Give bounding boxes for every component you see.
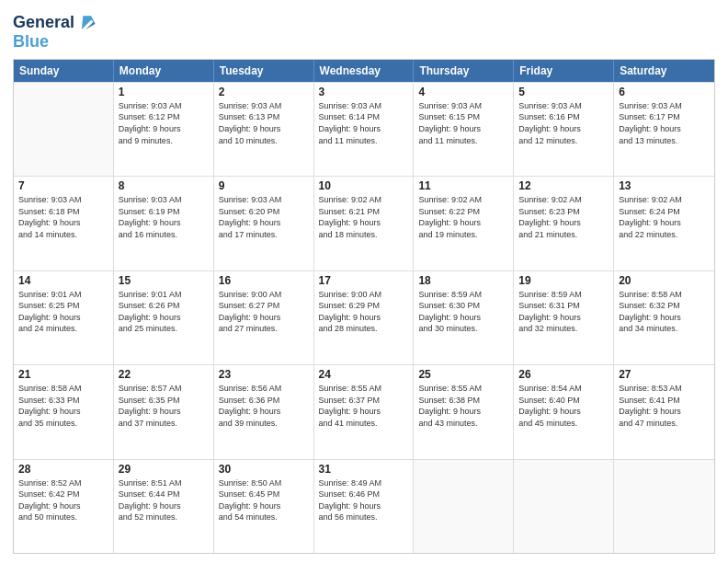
day-number: 16	[219, 274, 309, 287]
day-number: 5	[518, 86, 609, 98]
day-number: 7	[18, 179, 108, 192]
calendar-cell: 8Sunrise: 9:03 AM Sunset: 6:19 PM Daylig…	[114, 177, 214, 270]
calendar-cell: 3Sunrise: 9:03 AM Sunset: 6:14 PM Daylig…	[314, 83, 415, 176]
calendar-week-1: 1Sunrise: 9:03 AM Sunset: 6:12 PM Daylig…	[14, 82, 714, 176]
day-info: Sunrise: 9:01 AM Sunset: 6:26 PM Dayligh…	[119, 289, 209, 335]
day-number: 18	[418, 274, 508, 287]
day-number: 22	[119, 368, 209, 381]
logo: General Blue	[13, 13, 97, 52]
day-number: 10	[319, 179, 409, 192]
day-number: 21	[18, 368, 108, 381]
day-number: 17	[319, 274, 409, 287]
calendar-week-3: 14Sunrise: 9:01 AM Sunset: 6:25 PM Dayli…	[14, 270, 714, 364]
calendar-cell	[14, 83, 114, 176]
calendar-cell: 12Sunrise: 9:02 AM Sunset: 6:23 PM Dayli…	[514, 177, 614, 270]
calendar-cell: 10Sunrise: 9:02 AM Sunset: 6:21 PM Dayli…	[314, 177, 415, 270]
day-info: Sunrise: 9:03 AM Sunset: 6:18 PM Dayligh…	[18, 194, 108, 240]
logo-text-blue: Blue	[13, 33, 49, 52]
day-info: Sunrise: 9:00 AM Sunset: 6:29 PM Dayligh…	[319, 289, 409, 335]
calendar-cell: 2Sunrise: 9:03 AM Sunset: 6:13 PM Daylig…	[214, 83, 314, 176]
day-info: Sunrise: 9:03 AM Sunset: 6:15 PM Dayligh…	[418, 100, 508, 146]
day-info: Sunrise: 8:52 AM Sunset: 6:42 PM Dayligh…	[18, 477, 108, 523]
calendar-week-4: 21Sunrise: 8:58 AM Sunset: 6:33 PM Dayli…	[14, 364, 714, 458]
calendar-cell: 5Sunrise: 9:03 AM Sunset: 6:16 PM Daylig…	[514, 83, 614, 176]
day-info: Sunrise: 9:03 AM Sunset: 6:16 PM Dayligh…	[518, 100, 609, 146]
day-number: 9	[219, 179, 309, 192]
calendar-cell: 25Sunrise: 8:55 AM Sunset: 6:38 PM Dayli…	[414, 365, 514, 458]
day-info: Sunrise: 9:03 AM Sunset: 6:13 PM Dayligh…	[219, 100, 309, 146]
day-info: Sunrise: 8:49 AM Sunset: 6:46 PM Dayligh…	[319, 477, 409, 523]
calendar-cell: 27Sunrise: 8:53 AM Sunset: 6:41 PM Dayli…	[614, 365, 714, 458]
calendar-cell: 7Sunrise: 9:03 AM Sunset: 6:18 PM Daylig…	[14, 177, 114, 270]
day-info: Sunrise: 9:02 AM Sunset: 6:22 PM Dayligh…	[418, 194, 508, 240]
day-number: 8	[119, 179, 209, 192]
calendar-cell: 6Sunrise: 9:03 AM Sunset: 6:17 PM Daylig…	[614, 83, 714, 176]
day-info: Sunrise: 8:50 AM Sunset: 6:45 PM Dayligh…	[219, 477, 309, 523]
day-number: 12	[518, 179, 609, 192]
day-header-saturday: Saturday	[614, 60, 714, 82]
day-number: 19	[518, 274, 609, 287]
day-number: 27	[619, 368, 710, 381]
calendar-body: 1Sunrise: 9:03 AM Sunset: 6:12 PM Daylig…	[14, 82, 714, 553]
day-header-thursday: Thursday	[414, 60, 514, 82]
page: General Blue SundayMondayTuesdayWednesda…	[0, 0, 728, 563]
calendar-cell	[414, 460, 514, 553]
calendar-cell: 26Sunrise: 8:54 AM Sunset: 6:40 PM Dayli…	[514, 365, 614, 458]
day-number: 29	[119, 463, 209, 476]
day-number: 4	[418, 86, 508, 98]
day-info: Sunrise: 8:56 AM Sunset: 6:36 PM Dayligh…	[219, 383, 309, 429]
day-info: Sunrise: 9:03 AM Sunset: 6:19 PM Dayligh…	[119, 194, 209, 240]
day-info: Sunrise: 9:03 AM Sunset: 6:12 PM Dayligh…	[119, 100, 209, 146]
day-header-tuesday: Tuesday	[214, 60, 314, 82]
day-info: Sunrise: 9:01 AM Sunset: 6:25 PM Dayligh…	[18, 289, 108, 335]
calendar-cell: 11Sunrise: 9:02 AM Sunset: 6:22 PM Dayli…	[414, 177, 514, 270]
day-header-monday: Monday	[114, 60, 214, 82]
day-number: 23	[219, 368, 309, 381]
calendar-cell	[514, 460, 614, 553]
day-info: Sunrise: 9:02 AM Sunset: 6:23 PM Dayligh…	[518, 194, 609, 240]
day-number: 11	[418, 179, 508, 192]
day-number: 25	[418, 368, 508, 381]
day-info: Sunrise: 8:59 AM Sunset: 6:31 PM Dayligh…	[518, 289, 609, 335]
calendar-cell: 20Sunrise: 8:58 AM Sunset: 6:32 PM Dayli…	[614, 271, 714, 364]
day-info: Sunrise: 9:03 AM Sunset: 6:20 PM Dayligh…	[219, 194, 309, 240]
calendar-week-5: 28Sunrise: 8:52 AM Sunset: 6:42 PM Dayli…	[14, 459, 714, 553]
calendar-week-2: 7Sunrise: 9:03 AM Sunset: 6:18 PM Daylig…	[14, 176, 714, 270]
day-number: 26	[518, 368, 609, 381]
calendar-cell: 15Sunrise: 9:01 AM Sunset: 6:26 PM Dayli…	[114, 271, 214, 364]
calendar-cell: 18Sunrise: 8:59 AM Sunset: 6:30 PM Dayli…	[414, 271, 514, 364]
day-info: Sunrise: 9:03 AM Sunset: 6:14 PM Dayligh…	[319, 100, 409, 146]
calendar: SundayMondayTuesdayWednesdayThursdayFrid…	[13, 59, 715, 554]
logo-icon	[76, 13, 97, 33]
day-info: Sunrise: 9:02 AM Sunset: 6:24 PM Dayligh…	[619, 194, 710, 240]
calendar-cell: 21Sunrise: 8:58 AM Sunset: 6:33 PM Dayli…	[14, 365, 114, 458]
day-number: 28	[18, 463, 108, 476]
calendar-cell: 16Sunrise: 9:00 AM Sunset: 6:27 PM Dayli…	[214, 271, 314, 364]
day-number: 14	[18, 274, 108, 287]
day-info: Sunrise: 8:58 AM Sunset: 6:32 PM Dayligh…	[619, 289, 710, 335]
day-info: Sunrise: 8:58 AM Sunset: 6:33 PM Dayligh…	[18, 383, 108, 429]
day-number: 3	[319, 86, 409, 98]
calendar-cell: 28Sunrise: 8:52 AM Sunset: 6:42 PM Dayli…	[14, 460, 114, 553]
day-number: 1	[119, 86, 209, 98]
day-header-friday: Friday	[514, 60, 614, 82]
day-number: 24	[319, 368, 409, 381]
calendar-cell	[614, 460, 714, 553]
calendar-cell: 24Sunrise: 8:55 AM Sunset: 6:37 PM Dayli…	[314, 365, 415, 458]
day-header-wednesday: Wednesday	[314, 60, 415, 82]
calendar-cell: 22Sunrise: 8:57 AM Sunset: 6:35 PM Dayli…	[114, 365, 214, 458]
header: General Blue	[13, 9, 715, 52]
day-header-sunday: Sunday	[14, 60, 114, 82]
day-number: 31	[319, 463, 409, 476]
day-number: 20	[619, 274, 710, 287]
day-info: Sunrise: 9:02 AM Sunset: 6:21 PM Dayligh…	[319, 194, 409, 240]
day-number: 15	[119, 274, 209, 287]
calendar-header: SundayMondayTuesdayWednesdayThursdayFrid…	[14, 60, 714, 82]
logo-text: General	[13, 14, 74, 32]
day-info: Sunrise: 9:03 AM Sunset: 6:17 PM Dayligh…	[619, 100, 710, 146]
day-info: Sunrise: 8:55 AM Sunset: 6:38 PM Dayligh…	[418, 383, 508, 429]
calendar-cell: 9Sunrise: 9:03 AM Sunset: 6:20 PM Daylig…	[214, 177, 314, 270]
day-info: Sunrise: 8:57 AM Sunset: 6:35 PM Dayligh…	[119, 383, 209, 429]
calendar-cell: 13Sunrise: 9:02 AM Sunset: 6:24 PM Dayli…	[614, 177, 714, 270]
calendar-cell: 23Sunrise: 8:56 AM Sunset: 6:36 PM Dayli…	[214, 365, 314, 458]
